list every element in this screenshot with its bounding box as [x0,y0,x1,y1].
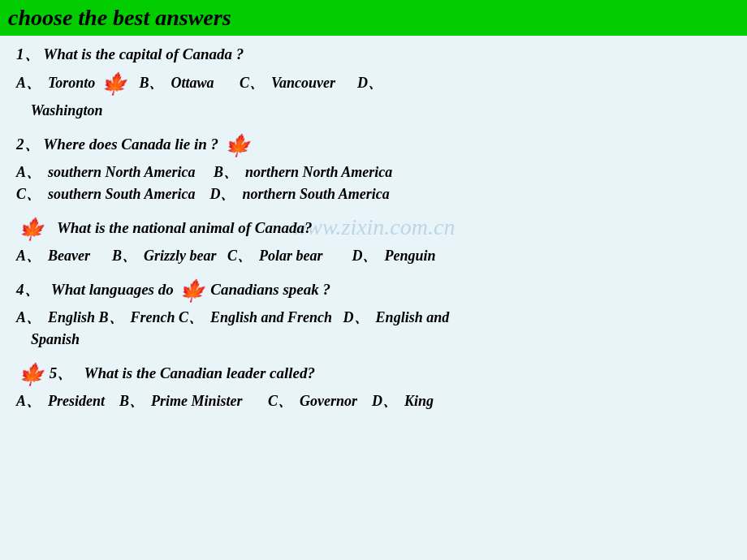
q5-number: 5、 [50,364,73,381]
q4-title: 4、 What languages do Canadians speak ? [16,278,731,304]
q1-text: What is the capital of Canada ? [43,45,244,62]
question-5: 5、 What is the Canadian leader called? A… [16,362,731,412]
content-area: www.zixin.com.cn 1、 What is the capital … [0,36,747,432]
header: choose the best answers [0,0,747,36]
q1-answers: A、 Toronto B、 Ottawa C、 Vancouver D、 [16,68,731,100]
q1-washington: Washington [31,102,103,118]
q4-text-part2: Canadians speak ? [210,281,330,298]
q1-answers-line2: Washington [16,100,731,122]
question-3: What is the national animal of Canada? A… [16,217,731,267]
leaf-icon-4 [179,278,205,304]
q1-number: 1、 [16,45,40,62]
q4-answers-line1: A、 English B、 French C、 English and Fren… [16,307,731,329]
q5-title: 5、 What is the Canadian leader called? [16,362,731,387]
question-4: 4、 What languages do Canadians speak ? A… [16,278,731,351]
q2-number: 2、 [16,136,40,153]
q3-text: What is the national animal of Canada? [50,219,313,236]
leaf-icon-1 [101,68,127,100]
page-title: choose the best answers [8,5,739,31]
q1-title: 1、 What is the capital of Canada ? [16,44,731,65]
q2-answers-line2: C、 southern South America D、 northern So… [16,183,731,205]
q5-text: What is the Canadian leader called? [76,364,315,381]
q2-title: 2、 Where does Canada lie in ? [16,133,731,158]
q5-answers: A、 President B、 Prime Minister C、 Govern… [16,390,731,412]
q4-text-part1: What languages do [43,281,173,298]
leaf-icon-2 [224,133,250,158]
q3-title: What is the national animal of Canada? [16,217,731,242]
q1-option-a: A、 Toronto [16,75,95,91]
q2-text: Where does Canada lie in ? [43,136,218,153]
q4-answers-line2: Spanish [16,329,731,351]
leaf-icon-5 [18,362,44,387]
q2-answers-line1: A、 southern North America B、 northern No… [16,162,731,183]
q4-number: 4、 [16,281,40,298]
q1-option-b: B、 Ottawa C、 Vancouver D、 [132,75,382,91]
leaf-icon-3 [18,217,44,242]
q3-answers: A、 Beaver B、 Grizzly bear C、 Polar bear … [16,245,731,267]
question-1: 1、 What is the capital of Canada ? A、 To… [16,44,731,122]
question-2: 2、 Where does Canada lie in ? A、 souther… [16,133,731,205]
